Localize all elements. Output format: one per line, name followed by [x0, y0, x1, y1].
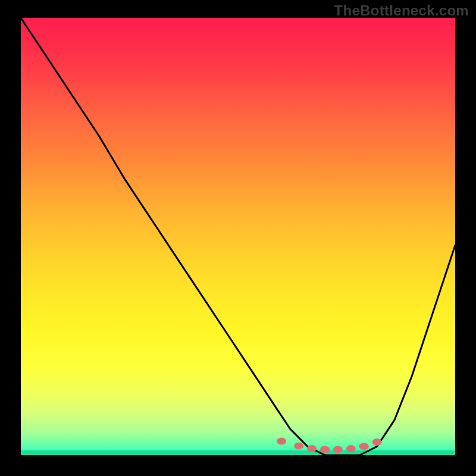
plot-area	[21, 18, 455, 455]
marker-dot	[333, 446, 343, 453]
curve-layer	[21, 18, 455, 455]
marker-dot	[277, 438, 286, 445]
marker-dot	[320, 446, 330, 453]
watermark-text: TheBottleneck.com	[334, 2, 469, 19]
marker-dot	[372, 439, 382, 446]
bottleneck-curve	[21, 18, 455, 455]
marker-dot	[307, 445, 317, 452]
optimal-range-markers	[277, 438, 382, 453]
marker-dot	[359, 443, 369, 450]
marker-dot	[346, 445, 356, 452]
chart-frame: TheBottleneck.com	[0, 0, 476, 476]
marker-dot	[294, 443, 303, 450]
